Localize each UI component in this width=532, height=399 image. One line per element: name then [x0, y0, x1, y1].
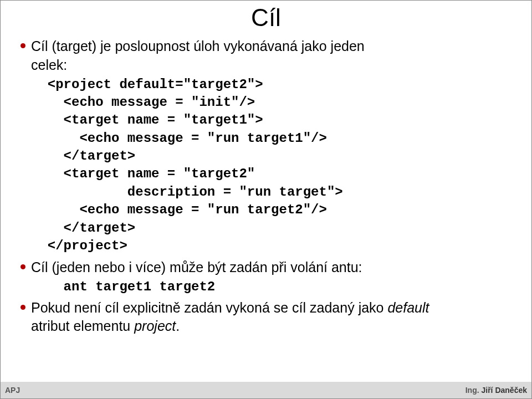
code-line: <project default="target2">: [32, 77, 263, 92]
bullet-text: Cíl (target) je posloupnost úloh vykonáv…: [31, 37, 511, 75]
footer-right: Ing. Jiří Daněček: [466, 386, 527, 395]
text-line: Pokud není cíl explicitně zadán vykoná s…: [31, 300, 387, 315]
bullet-dot-icon: [21, 264, 25, 269]
footer-prefix: Ing.: [466, 386, 482, 395]
code-line: description = "run target">: [32, 185, 343, 200]
bullet-item-1: Cíl (target) je posloupnost úloh vykonáv…: [21, 37, 511, 75]
text-italic: default: [387, 300, 429, 315]
slide-title: Cíl: [1, 1, 531, 37]
text-line: Cíl (jeden nebo i více) může být zadán p…: [31, 259, 362, 275]
code-block-2: ant target1 target2: [32, 278, 511, 296]
code-line: <target name = "target1">: [32, 112, 263, 127]
footer-author: Jiří Daněček: [482, 386, 528, 395]
bullet-item-2: Cíl (jeden nebo i více) může být zadán p…: [21, 258, 511, 277]
code-line: <echo message = "init"/>: [32, 95, 255, 110]
code-line: </target>: [32, 221, 135, 236]
bullet-dot-icon: [21, 305, 25, 310]
bullet-item-3: Pokud není cíl explicitně zadán vykoná s…: [21, 299, 511, 336]
text-line: celek:: [31, 57, 67, 73]
code-line: </project>: [32, 238, 127, 253]
bullet-dot-icon: [21, 43, 25, 48]
code-block-1: <project default="target2"> <echo messag…: [32, 76, 511, 255]
bullet-text: Cíl (jeden nebo i více) může být zadán p…: [31, 258, 511, 277]
code-line: ant target1 target2: [32, 279, 215, 294]
code-line: </target>: [32, 149, 135, 163]
text-line: .: [176, 318, 180, 334]
slide-content: Cíl (target) je posloupnost úloh vykonáv…: [1, 37, 531, 336]
text-line: Cíl (target) je posloupnost úloh vykonáv…: [31, 38, 365, 54]
code-line: <echo message = "run target1"/>: [32, 131, 327, 146]
text-italic: project: [134, 318, 176, 334]
code-line: <target name = "target2": [32, 166, 255, 181]
slide: Cíl Cíl (target) je posloupnost úloh vyk…: [0, 0, 532, 399]
code-line: <echo message = "run target2"/>: [32, 202, 327, 217]
bullet-text: Pokud není cíl explicitně zadán vykoná s…: [31, 299, 511, 336]
text-line: atribut elementu: [31, 318, 134, 334]
footer-left: APJ: [5, 386, 20, 395]
footer-bar: APJ Ing. Jiří Daněček: [1, 382, 531, 398]
